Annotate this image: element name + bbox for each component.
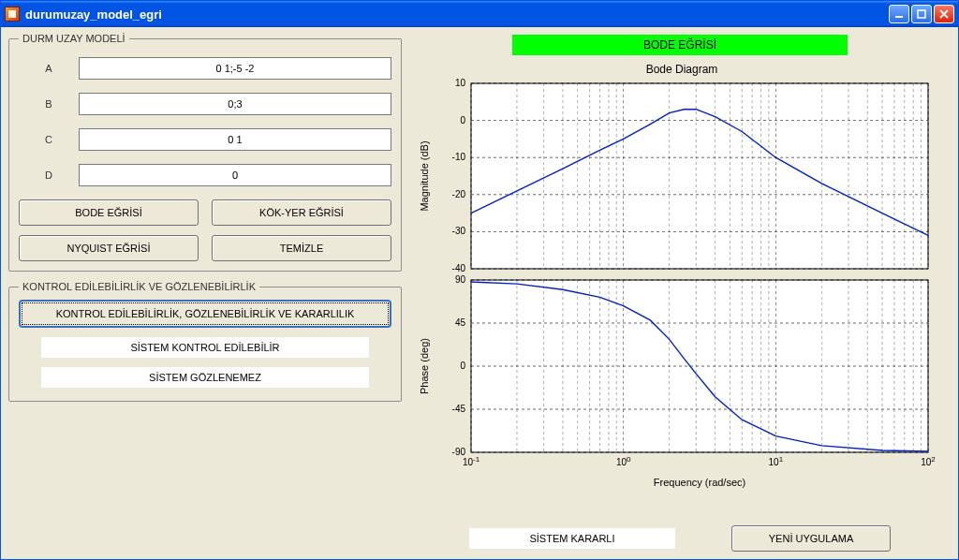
clear-button[interactable]: TEMİZLE (212, 235, 391, 261)
svg-text:90: 90 (455, 274, 466, 285)
control-panel-legend: KONTROL EDİLEBİLİRLİK VE GÖZLENEBİLİRLİK (19, 281, 259, 292)
stability-result: SİSTEM KARARLI (469, 528, 675, 549)
svg-text:102: 102 (921, 455, 936, 468)
left-column: DURM UZAY MODELİ A B C D (8, 33, 402, 553)
input-c[interactable] (79, 128, 391, 151)
svg-rect-1 (918, 10, 925, 18)
bode-plots: -40-30-20-10010Magnitude (dB) -90-450459… (415, 78, 949, 490)
label-a: A (19, 63, 79, 74)
window-controls (889, 5, 954, 23)
analyze-button[interactable]: KONTROL EDİLEBİLİRLİK, GÖZLENEBİLİRLİK V… (19, 300, 391, 328)
chart-area: Bode Diagram -40-30-20-10010Magnitude (d… (409, 59, 951, 518)
close-button[interactable] (934, 5, 954, 23)
svg-text:-45: -45 (452, 404, 466, 414)
input-a[interactable] (79, 57, 391, 80)
observable-result: SİSTEM GÖZLENEMEZ (41, 367, 369, 388)
bode-button[interactable]: BODE EĞRİSİ (19, 199, 199, 226)
row-b: B (19, 93, 391, 115)
magnitude-plot: -40-30-20-10010Magnitude (dB) (415, 78, 939, 274)
control-panel: KONTROL EDİLEBİLİRLİK VE GÖZLENEBİLİRLİK… (8, 281, 402, 402)
input-b[interactable] (79, 93, 391, 115)
model-panel: DURM UZAY MODELİ A B C D (8, 33, 402, 272)
svg-text:45: 45 (455, 317, 466, 328)
row-d: D (19, 164, 391, 186)
svg-text:10-1: 10-1 (463, 455, 480, 468)
svg-text:-20: -20 (452, 189, 466, 199)
row-c: C (19, 128, 391, 151)
svg-text:10: 10 (455, 78, 466, 88)
svg-text:Magnitude (dB): Magnitude (dB) (419, 140, 430, 211)
chart-title: Bode Diagram (415, 63, 949, 76)
svg-rect-0 (895, 16, 903, 18)
minimize-button[interactable] (889, 5, 909, 23)
titlebar: durumuzay_model_egri (1, 1, 958, 27)
maximize-icon (917, 9, 926, 19)
content-area: DURM UZAY MODELİ A B C D (1, 27, 958, 559)
rootlocus-button[interactable]: KÖK-YER EĞRİSİ (212, 199, 391, 226)
row-a: A (19, 57, 391, 80)
minimize-icon (894, 9, 904, 19)
maximize-button[interactable] (911, 5, 932, 23)
new-app-button[interactable]: YENİ UYGULAMA (731, 525, 891, 552)
app-window: durumuzay_model_egri DURM UZAY MODELİ A (0, 0, 959, 560)
controllable-result: SİSTEM KONTROL EDİLEBİLİR (41, 337, 369, 358)
svg-text:Phase (deg): Phase (deg) (419, 338, 430, 394)
svg-text:0: 0 (460, 115, 465, 125)
svg-text:-30: -30 (452, 226, 466, 236)
close-icon (939, 9, 949, 19)
label-d: D (19, 169, 79, 181)
nyquist-button[interactable]: NYQUIST EĞRİSİ (19, 235, 199, 261)
label-c: C (19, 134, 79, 145)
window-title: durumuzay_model_egri (25, 7, 889, 22)
svg-text:100: 100 (616, 455, 631, 468)
svg-text:-90: -90 (452, 447, 466, 457)
app-icon (5, 7, 20, 22)
plot-buttons: BODE EĞRİSİ KÖK-YER EĞRİSİ NYQUIST EĞRİS… (19, 199, 391, 261)
svg-text:-40: -40 (452, 263, 466, 273)
plot-header: BODE EĞRİSİ (512, 35, 848, 55)
model-panel-legend: DURM UZAY MODELİ (19, 33, 129, 44)
label-b: B (19, 98, 79, 110)
right-column: BODE EĞRİSİ Bode Diagram -40-30-20-10010… (409, 33, 951, 553)
bottom-bar: SİSTEM KARARLI YENİ UYGULAMA (409, 518, 951, 553)
phase-plot: -90-450459010-1100101102Frequency (rad/s… (415, 274, 939, 490)
input-d[interactable] (79, 164, 391, 186)
svg-text:-10: -10 (452, 152, 466, 162)
svg-text:0: 0 (460, 361, 465, 371)
svg-text:101: 101 (769, 455, 784, 468)
svg-text:Frequency  (rad/sec): Frequency (rad/sec) (654, 477, 745, 488)
